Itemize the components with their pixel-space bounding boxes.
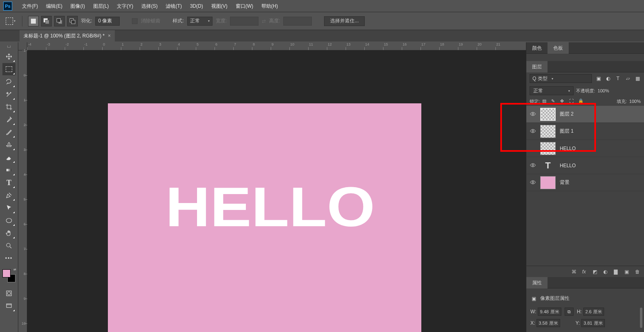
swap-colors-icon[interactable]: ⇄ [13, 268, 16, 271]
menu-item[interactable]: 选择(S) [137, 0, 162, 12]
visibility-toggle[interactable] [530, 111, 536, 118]
ruler-horizontal[interactable]: -4-3-2-101234567891011121314151617181920… [27, 42, 526, 50]
collapse-icon[interactable] [7, 46, 11, 48]
menu-item[interactable]: 视图(V) [207, 0, 232, 12]
crop-tool[interactable] [2, 101, 15, 113]
pen-tool[interactable] [2, 189, 15, 201]
clone-stamp-tool[interactable] [2, 139, 15, 151]
lock-position-icon[interactable]: ✥ [560, 98, 566, 104]
link-wh-icon[interactable]: ⧉ [565, 308, 574, 316]
menu-item[interactable]: 滤镜(T) [162, 0, 186, 12]
menu-item[interactable]: 窗口(W) [232, 0, 257, 12]
menu-item[interactable]: 帮助(H) [257, 0, 282, 12]
menu-item[interactable]: 图层(L) [89, 0, 113, 12]
lasso-tool[interactable] [2, 76, 15, 88]
close-tab-icon[interactable]: × [108, 33, 111, 39]
magic-wand-tool[interactable] [2, 88, 15, 100]
tab-color[interactable]: 颜色 [526, 42, 548, 54]
tool-preset-icon[interactable]: ▾ [5, 15, 16, 27]
prop-y-field[interactable]: 3.81厘米 [581, 319, 605, 327]
feather-field[interactable]: 0 像素 [95, 17, 120, 26]
visibility-toggle[interactable] [530, 179, 536, 186]
layer-name[interactable]: 图层 2 [560, 111, 574, 118]
ruler-vertical[interactable]: -1012345678910 [18, 50, 27, 332]
visibility-toggle[interactable] [530, 128, 536, 135]
menu-item[interactable]: 编辑(E) [42, 0, 66, 12]
prop-x-field[interactable]: 3.58厘米 [537, 319, 560, 327]
opacity-value[interactable]: 100% [598, 88, 609, 93]
layer-row[interactable]: 图层 2 [526, 106, 644, 123]
scrollbar[interactable] [640, 308, 642, 328]
link-layers-icon[interactable]: ⌘ [572, 269, 577, 275]
visibility-toggle[interactable] [530, 162, 536, 169]
screen-mode-tool[interactable] [2, 300, 15, 312]
gradient-tool[interactable] [2, 164, 15, 176]
menu-item[interactable]: 文件(F) [18, 0, 42, 12]
lock-transparency-icon[interactable]: ▨ [542, 98, 548, 104]
width-label: 宽度: [216, 17, 227, 24]
layer-thumbnail[interactable]: T [540, 159, 556, 172]
tab-swatches[interactable]: 色板 [548, 42, 569, 54]
filter-type-icon[interactable]: T [615, 75, 621, 82]
fill-value[interactable]: 100% [629, 99, 641, 104]
menu-item[interactable]: 文字(Y) [113, 0, 137, 12]
adjustment-layer-icon[interactable]: ◐ [603, 269, 609, 275]
foreground-color[interactable] [2, 269, 11, 277]
prop-w-field[interactable]: 9.48厘米 [538, 308, 561, 316]
more-tools-icon[interactable]: ••• [2, 252, 15, 264]
layer-row[interactable]: THELLO [526, 157, 644, 174]
menu-item[interactable]: 图像(I) [66, 0, 89, 12]
zoom-tool[interactable] [2, 240, 15, 252]
tab-layers[interactable]: 图层 [526, 61, 548, 72]
hand-tool[interactable] [2, 227, 15, 239]
filter-adjust-icon[interactable]: ◐ [605, 75, 611, 82]
layer-name[interactable]: HELLO [560, 163, 576, 168]
new-layer-icon[interactable]: ▣ [624, 269, 630, 275]
eyedropper-tool[interactable] [2, 114, 15, 126]
layer-kind-filter[interactable]: Q 类型▾ [530, 74, 592, 83]
layer-thumbnail[interactable] [540, 176, 556, 189]
delete-layer-icon[interactable]: 🗑 [635, 269, 641, 275]
new-selection-button[interactable] [28, 16, 39, 26]
group-icon[interactable]: ▇ [614, 269, 620, 275]
layer-row[interactable]: 背景 [526, 174, 644, 191]
layer-style-icon[interactable]: fx [582, 269, 588, 275]
select-and-mask-button[interactable]: 选择并遮住... [324, 16, 365, 26]
lock-artboard-icon[interactable]: ⛶ [569, 98, 575, 104]
layer-name[interactable]: 背景 [560, 179, 570, 186]
filter-shape-icon[interactable]: ▱ [624, 75, 631, 82]
move-tool[interactable] [2, 50, 15, 63]
type-tool[interactable]: T [2, 177, 15, 189]
layer-thumbnail[interactable] [540, 108, 556, 121]
quick-mask-tool[interactable] [2, 287, 15, 299]
blend-mode-dropdown[interactable]: 正常▾ [530, 86, 574, 95]
tab-properties[interactable]: 属性 [526, 277, 548, 288]
canvas-region[interactable]: -4-3-2-101234567891011121314151617181920… [18, 42, 526, 332]
layer-name[interactable]: HELLO [560, 146, 576, 151]
add-selection-button[interactable] [41, 16, 52, 26]
intersect-selection-button[interactable] [67, 16, 78, 26]
layer-thumbnail[interactable] [540, 125, 556, 138]
lock-all-icon[interactable]: 🔒 [578, 98, 584, 104]
layer-row[interactable]: 图层 1 [526, 123, 644, 140]
lock-row: 锁定: ▨ ✎ ✥ ⛶ 🔒 填充: 100% [526, 97, 644, 106]
layer-mask-icon[interactable]: ◩ [593, 269, 598, 275]
document-tab[interactable]: 未标题-1 @ 100% (图层 2, RGB/8#) * × [20, 30, 115, 42]
layer-row[interactable]: HELLO [526, 140, 644, 157]
color-swatches[interactable]: ⇄ [2, 269, 15, 282]
canvas[interactable]: HELLO [108, 103, 421, 332]
filter-smart-icon[interactable]: ▦ [634, 75, 641, 82]
filter-pixel-icon[interactable]: ▣ [595, 75, 602, 82]
layer-name[interactable]: 图层 1 [560, 128, 574, 135]
eraser-tool[interactable] [2, 151, 15, 164]
menu-item[interactable]: 3D(D) [186, 0, 207, 12]
subtract-selection-button[interactable] [54, 16, 65, 26]
path-select-tool[interactable] [2, 202, 15, 214]
marquee-tool[interactable] [2, 63, 15, 75]
lock-paint-icon[interactable]: ✎ [551, 98, 557, 104]
layer-thumbnail[interactable] [540, 142, 556, 155]
brush-tool[interactable] [2, 126, 15, 138]
style-dropdown[interactable]: 正常▾ [187, 17, 212, 26]
prop-h-field[interactable]: 2.6厘米 [583, 308, 604, 316]
ellipse-tool[interactable] [2, 214, 15, 227]
